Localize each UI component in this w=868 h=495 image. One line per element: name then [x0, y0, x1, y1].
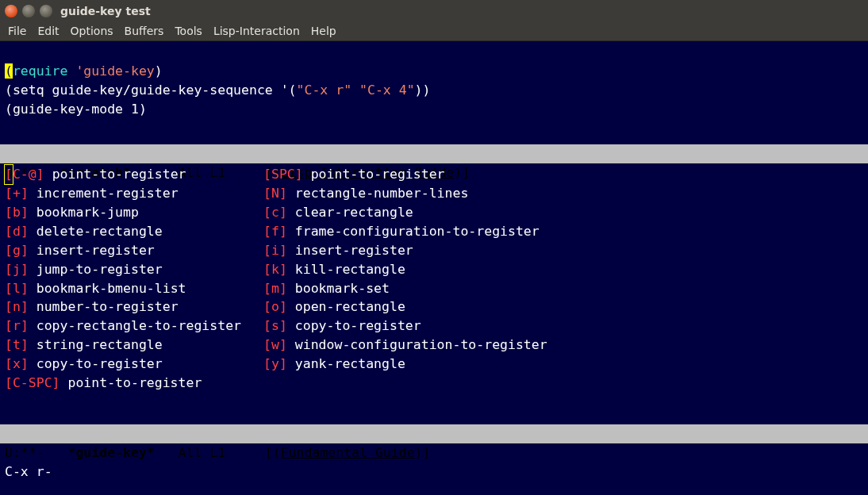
- modeline2-buffer-name: *guide-key*: [67, 445, 154, 460]
- binding-key-close-bracket: ]: [36, 165, 44, 184]
- binding-key: l: [13, 279, 21, 298]
- binding-key-close-bracket: ]: [21, 297, 29, 317]
- binding-spacer: [29, 317, 36, 336]
- binding-spacer: [303, 165, 311, 184]
- menu-bar: File Edit Options Buffers Tools Lisp-Int…: [0, 22, 868, 41]
- binding-command: point-to-register: [67, 374, 202, 393]
- binding-row: [w] window-configuration-to-register: [263, 336, 547, 355]
- window-minimize-button[interactable]: [22, 5, 35, 17]
- binding-command: string-rectangle: [36, 336, 163, 355]
- binding-spacer: [29, 297, 36, 317]
- binding-key: m: [271, 279, 279, 298]
- window-titlebar: guide-key test: [0, 0, 868, 22]
- binding-row: [c] clear-rectangle: [263, 203, 547, 222]
- binding-row: [s] copy-to-register: [263, 317, 547, 336]
- binding-row: [y] yank-rectangle: [263, 355, 547, 374]
- binding-key-close-bracket: ]: [21, 279, 29, 298]
- binding-key: n: [13, 297, 21, 317]
- binding-key: k: [271, 260, 279, 279]
- binding-row: [o] open-rectangle: [263, 297, 547, 317]
- menu-edit[interactable]: Edit: [37, 23, 59, 39]
- binding-row: [d] delete-rectangle: [5, 222, 241, 241]
- binding-key-close-bracket: ]: [21, 241, 29, 260]
- binding-key-close-bracket: ]: [279, 355, 287, 374]
- code-require: require: [13, 63, 68, 79]
- binding-command: insert-register: [36, 241, 155, 260]
- binding-command: delete-rectangle: [36, 222, 163, 241]
- binding-row: [i] insert-register: [263, 241, 547, 260]
- binding-key: C-@: [13, 165, 36, 184]
- binding-key: r: [13, 317, 21, 336]
- binding-key-close-bracket: ]: [279, 241, 287, 260]
- code-line2-head: (setq guide-key/guide-key-sequence '(: [5, 82, 297, 98]
- binding-key-close-bracket: ]: [52, 374, 60, 393]
- bindings-column-2: [SPC] point-to-register[N] rectangle-num…: [263, 165, 547, 393]
- window-close-button[interactable]: [5, 5, 17, 17]
- binding-key-close-bracket: ]: [21, 260, 29, 279]
- binding-key-open-bracket: [: [5, 222, 13, 241]
- menu-tools[interactable]: Tools: [175, 23, 202, 39]
- binding-row: [k] kill-rectangle: [263, 260, 547, 279]
- modeline-guide-key: U:**- *guide-key* All L1 [(Fundamental G…: [0, 424, 868, 443]
- binding-spacer: [287, 184, 295, 203]
- binding-key: d: [13, 222, 21, 241]
- binding-spacer: [287, 260, 295, 279]
- binding-key: b: [13, 203, 21, 222]
- binding-key: t: [13, 336, 21, 355]
- binding-key-close-bracket: ]: [21, 355, 29, 374]
- binding-command: rectangle-number-lines: [295, 184, 469, 203]
- binding-key: f: [271, 222, 279, 241]
- scratch-buffer[interactable]: (require 'guide-key) (setq guide-key/gui…: [0, 41, 868, 144]
- guide-key-buffer[interactable]: [C-@] point-to-register[+] increment-reg…: [0, 163, 868, 393]
- menu-help[interactable]: Help: [311, 23, 336, 39]
- binding-key: x: [13, 355, 21, 374]
- modeline2-modes[interactable]: Fundamental Guide: [281, 445, 415, 460]
- binding-command: copy-rectangle-to-register: [36, 317, 241, 336]
- binding-key-close-bracket: ]: [21, 184, 29, 203]
- binding-key-open-bracket: [: [5, 297, 13, 317]
- menu-file[interactable]: File: [8, 23, 26, 39]
- binding-key-open-bracket: [: [263, 336, 271, 355]
- code-symbol: 'guide-key: [75, 63, 154, 79]
- binding-row: [n] number-to-register: [5, 297, 241, 317]
- binding-row: [g] insert-register: [5, 241, 241, 260]
- binding-row: [+] increment-register: [5, 184, 241, 203]
- binding-row: [C-SPC] point-to-register: [5, 374, 241, 393]
- minibuffer-text: C-x r-: [5, 464, 52, 479]
- binding-key-open-bracket: [: [263, 355, 271, 374]
- binding-spacer: [287, 297, 295, 317]
- binding-command: point-to-register: [52, 165, 186, 184]
- binding-key-close-bracket: ]: [21, 222, 29, 241]
- menu-options[interactable]: Options: [71, 23, 113, 39]
- code-line2-sp: [351, 82, 359, 98]
- binding-command: yank-rectangle: [295, 355, 405, 374]
- binding-key: N: [271, 184, 279, 203]
- binding-command: increment-register: [36, 184, 179, 203]
- binding-key-open-bracket: [: [5, 317, 13, 336]
- code-space: [67, 63, 75, 79]
- binding-key-open-bracket: [: [263, 260, 271, 279]
- code-string-2: "C-x 4": [359, 82, 415, 98]
- menu-buffers[interactable]: Buffers: [125, 23, 164, 39]
- binding-spacer: [287, 336, 295, 355]
- binding-row: [f] frame-configuration-to-register: [263, 222, 547, 241]
- binding-spacer: [29, 355, 36, 374]
- binding-key-close-bracket: ]: [279, 184, 287, 203]
- window-title: guide-key test: [60, 3, 151, 19]
- binding-command: bookmark-set: [295, 279, 390, 298]
- menu-lisp[interactable]: Lisp-Interaction: [213, 23, 300, 39]
- modeline-scratch: U:**- *scratch* All L1 [(Lisp Interactio…: [0, 144, 868, 163]
- binding-command: open-rectangle: [295, 297, 405, 317]
- binding-row: [SPC] point-to-register: [263, 165, 547, 184]
- binding-spacer: [29, 222, 36, 241]
- binding-key: C-SPC: [13, 374, 52, 393]
- binding-command: point-to-register: [311, 165, 445, 184]
- binding-key: s: [271, 317, 279, 336]
- binding-row: [N] rectangle-number-lines: [263, 184, 547, 203]
- binding-key-open-bracket: [: [5, 355, 13, 374]
- binding-key: SPC: [271, 165, 295, 184]
- window-maximize-button[interactable]: [40, 5, 52, 17]
- binding-key-open-bracket: [: [5, 184, 13, 203]
- window-controls: [5, 5, 52, 17]
- modeline2-modes-open: [(: [265, 445, 281, 460]
